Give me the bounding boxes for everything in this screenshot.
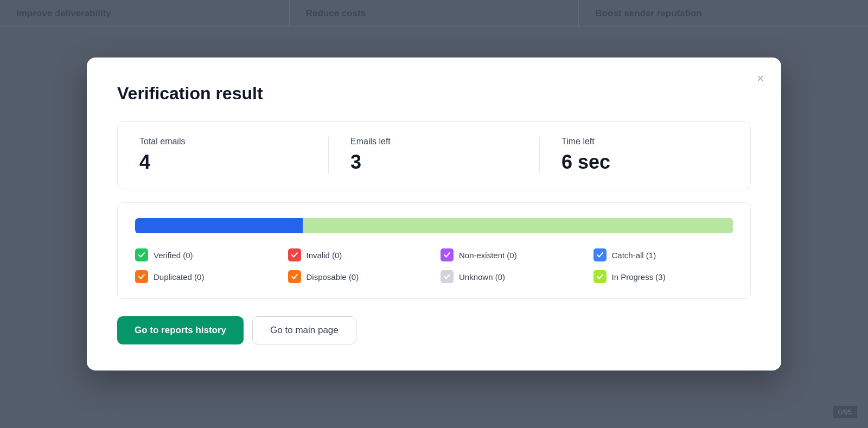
legend-unknown: Unknown (0) xyxy=(441,270,580,283)
emails-left-label: Emails left xyxy=(350,137,518,146)
stats-card: Total emails 4 Emails left 3 Time left 6… xyxy=(117,121,751,189)
legend-in-progress: In Progress (3) xyxy=(593,270,733,283)
close-button[interactable]: × xyxy=(755,71,766,87)
legend-catch-all: Catch-all (1) xyxy=(593,248,733,261)
duplicated-label: Duplicated (0) xyxy=(154,272,204,282)
legend-verified: Verified (0) xyxy=(135,248,275,261)
time-left-value: 6 sec xyxy=(561,151,729,174)
invalid-label: Invalid (0) xyxy=(307,251,342,260)
disposable-icon xyxy=(288,270,301,283)
actions-row: Go to reports history Go to main page xyxy=(117,316,751,344)
in-progress-label: In Progress (3) xyxy=(612,272,666,282)
emails-left-stat: Emails left 3 xyxy=(329,137,540,174)
modal-overlay: × Verification result Total emails 4 Ema… xyxy=(0,0,868,428)
progress-bar-fill xyxy=(135,218,303,233)
legend-invalid: Invalid (0) xyxy=(288,248,428,261)
duplicated-icon xyxy=(135,270,148,283)
non-existent-label: Non-existent (0) xyxy=(459,251,517,260)
verification-modal: × Verification result Total emails 4 Ema… xyxy=(87,58,781,370)
progress-card: Verified (0) Invalid (0) Non-existent (0… xyxy=(117,202,751,299)
legend-non-existent: Non-existent (0) xyxy=(441,248,580,261)
legend-disposable: Disposable (0) xyxy=(288,270,428,283)
legend-grid: Verified (0) Invalid (0) Non-existent (0… xyxy=(135,248,733,283)
unknown-label: Unknown (0) xyxy=(459,272,505,282)
legend-duplicated: Duplicated (0) xyxy=(135,270,275,283)
emails-left-value: 3 xyxy=(350,151,518,174)
unknown-icon xyxy=(441,270,454,283)
progress-bar-remaining xyxy=(303,218,733,233)
catch-all-label: Catch-all (1) xyxy=(612,251,656,260)
modal-title: Verification result xyxy=(117,84,751,104)
progress-bar xyxy=(135,218,733,233)
catch-all-icon xyxy=(593,248,607,261)
verified-label: Verified (0) xyxy=(154,251,193,260)
invalid-icon xyxy=(288,248,301,261)
verified-icon xyxy=(135,248,148,261)
time-left-stat: Time left 6 sec xyxy=(540,137,750,174)
total-emails-label: Total emails xyxy=(139,137,307,146)
total-emails-value: 4 xyxy=(139,151,307,174)
go-to-main-button[interactable]: Go to main page xyxy=(252,316,356,344)
total-emails-stat: Total emails 4 xyxy=(118,137,329,174)
non-existent-icon xyxy=(441,248,454,261)
in-progress-icon xyxy=(593,270,607,283)
go-to-reports-button[interactable]: Go to reports history xyxy=(117,316,244,344)
disposable-label: Disposable (0) xyxy=(307,272,359,282)
time-left-label: Time left xyxy=(561,137,729,146)
